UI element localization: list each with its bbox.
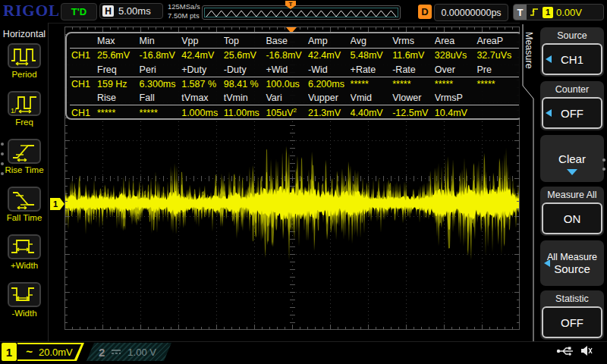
measure-item-freq[interactable]: 1/Freq	[8, 91, 41, 127]
measure-header: Peri	[140, 64, 182, 75]
measure-channel-label: CH1	[70, 108, 97, 118]
right-menu-page-dots	[602, 158, 605, 171]
measure-value: 21.3mV	[308, 108, 351, 118]
softkey-value: ON	[542, 202, 602, 234]
measure-value: *****	[140, 108, 182, 118]
measure-header: Min	[140, 36, 182, 46]
softkey-measure-all[interactable]: Measure AllON	[540, 187, 604, 236]
measure-header-row: RiseFalltVmaxtVminVariVupperVmidVlowerVr…	[70, 91, 519, 105]
measure-value: *****	[392, 79, 435, 89]
speaker-muted-icon	[580, 345, 593, 356]
measure-header-row: MaxMinVppTopBaseAmpAvgVrmsAreaAreaP	[70, 34, 519, 49]
timebase-value: 5.00ms	[118, 5, 151, 17]
select-triangle-icon	[546, 109, 552, 117]
measure-value: 328uVs	[435, 50, 477, 61]
softkey-action: Clear	[542, 136, 602, 180]
measure-header: Fall	[140, 93, 182, 103]
softkey-value: OFF	[542, 97, 602, 129]
measure-header: Area	[435, 36, 477, 46]
measure-item-fall-time[interactable]: Fall Time	[7, 187, 42, 222]
measure-item--width[interactable]: -Width	[8, 282, 41, 318]
measure-value: *****	[97, 108, 140, 118]
left-menu-page-dots	[1, 143, 4, 175]
measure-value-row: CH1159 Hz6.300ms1.587 %98.41 %100.0us6.2…	[70, 77, 519, 91]
trigger-icon: T	[514, 5, 527, 20]
measure-value: 6.300ms	[140, 79, 182, 89]
measure-item-label: Fall Time	[7, 213, 42, 222]
measure-header: Vmid	[351, 93, 393, 103]
period-icon	[8, 43, 41, 68]
fall-time-icon	[8, 187, 41, 212]
measure-header: Base	[266, 36, 308, 46]
channel2-badge: 2	[99, 346, 105, 359]
trigger-settings[interactable]: T 1 0.00V	[513, 4, 604, 20]
measure-value: *****	[435, 79, 477, 89]
acquisition-info: 125MSa/s 7.50M pts	[168, 2, 203, 20]
measure-header: Vari	[266, 93, 308, 103]
softkey-label: Source	[542, 29, 602, 43]
measure-value: 11.6mV	[392, 50, 435, 61]
measure-item-label: -Width	[11, 309, 36, 318]
measure-header: +Rate	[351, 64, 393, 75]
ac-coupling-icon: ~	[26, 348, 33, 356]
channel1-badge[interactable]: 1	[2, 343, 17, 361]
measure-item-label: Period	[11, 70, 36, 79]
channel1-scale-box[interactable]: ~ 20.0mV	[17, 343, 84, 361]
oscilloscope-screen: RIGOL T'D H 5.00ms 125MSa/s 7.50M pts T …	[0, 0, 607, 364]
timebase-control[interactable]: H 5.00ms	[99, 3, 163, 19]
usb-icon	[556, 345, 573, 356]
measure-value: 42.4mV	[308, 50, 351, 61]
softkey-value: OFF	[542, 306, 602, 338]
measure-value: 42.4mV	[181, 50, 224, 61]
delay-value[interactable]: 0.00000000ps	[434, 4, 508, 21]
softkey-all-measure[interactable]: All MeasureSource	[540, 240, 604, 286]
rigol-logo: RIGOL	[3, 2, 60, 20]
down-triangle-icon	[567, 169, 577, 175]
measure-header-row: FreqPeri+Duty-Duty+Wid-Wid+Rate-RateOver…	[70, 63, 519, 77]
svg-text:1/: 1/	[11, 107, 17, 114]
measure-value: -16.8mV	[140, 50, 182, 61]
measure-header: Rise	[97, 93, 140, 103]
preview-window	[204, 8, 398, 17]
trigger-source-badge: 1	[543, 7, 553, 18]
measure-header: Pre	[476, 64, 519, 75]
rising-edge-icon	[530, 6, 539, 18]
measure-value: 11.00ms	[224, 108, 266, 118]
measure-header: Amp	[308, 36, 351, 46]
softkey-counter[interactable]: CounterOFF	[540, 81, 604, 130]
channel2-scale-box[interactable]: 2 1.00 V	[86, 343, 171, 361]
measure-item-rise-time[interactable]: Rise Time	[5, 139, 43, 174]
measure-value: 98.41 %	[224, 79, 266, 89]
measure-value: *****	[476, 79, 519, 89]
measure-header: +Wid	[266, 64, 308, 75]
waveform-preview-bar[interactable]	[202, 5, 401, 20]
channel1-offset-marker[interactable]: 1	[50, 198, 64, 210]
select-triangle-icon	[546, 55, 552, 63]
softkey-clear[interactable]: Clear	[540, 135, 604, 182]
measure-value: 4.40mV	[351, 108, 393, 118]
select-triangle-icon	[544, 259, 550, 267]
measure-item--width[interactable]: +Width	[8, 234, 41, 270]
memory-depth: 7.50M pts	[168, 11, 203, 20]
measure-table: MaxMinVppTopBaseAmpAvgVrmsAreaAreaPCH125…	[65, 32, 524, 120]
measure-item-period[interactable]: Period	[8, 43, 41, 79]
measure-value: 10.4mV	[435, 108, 477, 118]
channel1-scale: 20.0mV	[39, 347, 73, 358]
plus-width-icon	[8, 234, 41, 259]
preview-waveform	[205, 8, 398, 18]
measure-header: Vlower	[392, 93, 435, 103]
measure-value: 159 Hz	[97, 79, 140, 89]
rise-time-icon	[8, 139, 41, 164]
measure-value: *****	[351, 79, 393, 89]
softkey-statistic[interactable]: StatisticOFF	[540, 290, 604, 340]
sample-rate: 125MSa/s	[168, 2, 203, 11]
measure-value: 105uV2	[266, 107, 308, 118]
measure-header: -Rate	[392, 64, 435, 75]
measure-value: 25.6mV	[224, 50, 266, 61]
measure-header: Max	[97, 36, 140, 46]
measure-value: 1.000ms	[181, 108, 224, 118]
dc-coupling-icon	[111, 348, 121, 356]
trigger-level-value: 0.00V	[556, 7, 582, 18]
measure-item-label: Freq	[15, 118, 33, 127]
softkey-source[interactable]: SourceCH1	[540, 27, 604, 77]
